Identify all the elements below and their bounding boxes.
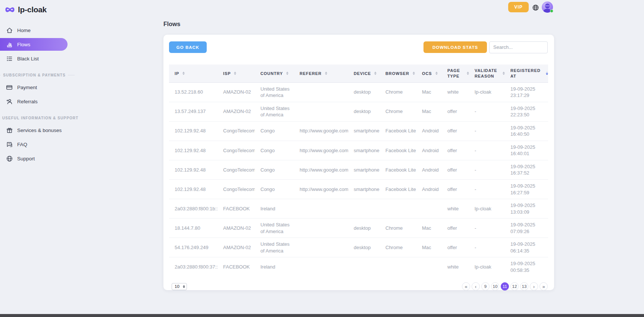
card-toolbar: GO BACK DOWNLOAD STATS bbox=[169, 41, 548, 53]
sidebar-item-services-bonuses[interactable]: Services & bonuses bbox=[0, 124, 75, 136]
sort-icon[interactable] bbox=[325, 72, 327, 75]
download-stats-button[interactable]: DOWNLOAD STATS bbox=[423, 41, 487, 53]
column-header-device[interactable]: DEVICE bbox=[348, 65, 380, 82]
table-cell-referer bbox=[294, 238, 348, 257]
column-header-referer[interactable]: REFERER bbox=[294, 65, 348, 82]
column-header-registered-at[interactable]: REGISTERED AT bbox=[505, 65, 548, 82]
column-header-ip[interactable]: IP bbox=[169, 65, 218, 82]
rows-per-page-select[interactable]: 10 bbox=[172, 283, 187, 290]
online-status-dot bbox=[550, 9, 553, 13]
sort-icon[interactable] bbox=[413, 72, 415, 75]
sidebar-item-home[interactable]: Home bbox=[0, 24, 75, 37]
table-cell-ip: 102.129.92.48 bbox=[169, 160, 218, 179]
flows-card: GO BACK DOWNLOAD STATS IPISPCOUNTRYREFER… bbox=[163, 35, 554, 290]
pagination-page-11[interactable]: 11 bbox=[501, 282, 509, 291]
table-cell-registered-at: 19-09-2025 06:14:35 bbox=[505, 238, 548, 257]
table-cell-isp: CongoTelecom bbox=[218, 141, 255, 160]
pagination-next-button[interactable]: › bbox=[530, 282, 538, 291]
sort-icon[interactable] bbox=[435, 72, 438, 75]
sort-icon[interactable] bbox=[182, 72, 185, 75]
pagination-last-button[interactable]: » bbox=[540, 282, 548, 291]
table-row: 18.144.7.80AMAZON-02United States of Ame… bbox=[169, 219, 548, 238]
column-header-country[interactable]: COUNTRY bbox=[255, 65, 294, 82]
table-cell-browser: Facebook Lite bbox=[380, 121, 416, 141]
table-cell-browser: Chrome bbox=[380, 219, 416, 238]
column-header-isp[interactable]: ISP bbox=[218, 65, 255, 82]
column-header-ocs[interactable]: OCS bbox=[416, 65, 442, 82]
pagination-page-9[interactable]: 9 bbox=[481, 282, 490, 291]
bottom-edge-strip bbox=[0, 314, 644, 317]
sidebar-item-flows[interactable]: Flows bbox=[0, 38, 68, 51]
table-row: 102.129.92.48CongoTelecomCongohttp://www… bbox=[169, 121, 548, 141]
sort-icon[interactable] bbox=[503, 72, 505, 75]
column-header-browser[interactable]: BROWSER bbox=[380, 65, 416, 82]
table-cell-referer: http://www.google.com/ bbox=[294, 121, 348, 141]
table-cell-validate-reason: - bbox=[469, 219, 505, 238]
table-cell-page-type: offer bbox=[442, 238, 469, 257]
table-cell-ip: 102.129.92.48 bbox=[169, 121, 218, 141]
language-globe-icon[interactable] bbox=[532, 4, 539, 11]
pagination-first-button[interactable]: « bbox=[462, 282, 470, 291]
sidebar-item-faq[interactable]: ?!FAQ bbox=[0, 138, 75, 151]
table-cell-registered-at: 19-09-2025 13:03:09 bbox=[505, 199, 548, 219]
table-cell-referer bbox=[294, 257, 348, 277]
table-cell-ocs bbox=[416, 199, 442, 219]
table-cell-referer bbox=[294, 82, 348, 102]
pagination: «‹910111213›» bbox=[462, 282, 548, 291]
table-cell-referer: http://www.google.com/ bbox=[294, 160, 348, 179]
table-cell-device: desktop bbox=[348, 219, 380, 238]
pagination-prev-button[interactable]: ‹ bbox=[472, 282, 480, 291]
pagination-page-13[interactable]: 13 bbox=[520, 282, 528, 291]
sidebar-item-black-list[interactable]: Black List bbox=[0, 52, 75, 65]
table-cell-ip: 13.52.218.60 bbox=[169, 82, 218, 102]
table-cell-ip: 13.57.249.137 bbox=[169, 102, 218, 121]
table-cell-device: desktop bbox=[348, 82, 380, 102]
table-cell-ocs bbox=[416, 257, 442, 277]
table-cell-browser: Facebook Lite bbox=[380, 160, 416, 179]
svg-text:?!: ?! bbox=[8, 143, 10, 145]
table-cell-device: smartphone bbox=[348, 121, 380, 141]
pagination-page-12[interactable]: 12 bbox=[510, 282, 519, 291]
sort-icon[interactable] bbox=[234, 72, 236, 75]
table-cell-validate-reason: lp-cloak bbox=[469, 257, 505, 277]
table-cell-page-type: white bbox=[442, 199, 469, 219]
search-input[interactable] bbox=[489, 41, 548, 53]
table-cell-ip: 54.176.249.249 bbox=[169, 238, 218, 257]
table-cell-validate-reason: - bbox=[469, 238, 505, 257]
sort-icon[interactable] bbox=[374, 72, 376, 75]
vip-button[interactable]: VIP bbox=[508, 2, 529, 12]
credit-card-icon bbox=[6, 84, 13, 91]
table-cell-page-type: white bbox=[442, 82, 469, 102]
table-row: 54.176.249.249AMAZON-02United States of … bbox=[169, 238, 548, 257]
table-cell-browser: Chrome bbox=[380, 102, 416, 121]
table-row: 13.57.249.137AMAZON-02United States of A… bbox=[169, 102, 548, 121]
table-cell-registered-at: 19-09-2025 16:40:01 bbox=[505, 141, 548, 160]
go-back-button[interactable]: GO BACK bbox=[169, 41, 207, 53]
sort-icon[interactable] bbox=[286, 72, 288, 75]
column-header-validate-reason[interactable]: VALIDATE REASON bbox=[469, 65, 505, 82]
table-cell-registered-at: 19-09-2025 22:23:50 bbox=[505, 102, 548, 121]
table-cell-page-type: offer bbox=[442, 102, 469, 121]
sort-icon[interactable] bbox=[546, 72, 548, 75]
table-row: 2a03:2880:f800:1b::FACEBOOKIrelandwhitel… bbox=[169, 199, 548, 219]
column-header-page-type[interactable]: PAGE TYPE bbox=[442, 65, 469, 82]
sidebar-item-referrals[interactable]: Referrals bbox=[0, 95, 75, 108]
table-cell-isp: CongoTelecom bbox=[218, 179, 255, 199]
sidebar-item-label: Payment bbox=[17, 85, 37, 90]
table-cell-country: Congo bbox=[255, 160, 294, 179]
table-cell-device: smartphone bbox=[348, 179, 380, 199]
table-row: 102.129.92.48CongoTelecomCongohttp://www… bbox=[169, 179, 548, 199]
sort-icon[interactable] bbox=[467, 72, 469, 75]
pagination-page-10[interactable]: 10 bbox=[491, 282, 499, 291]
table-cell-validate-reason: - bbox=[469, 102, 505, 121]
table-cell-isp: FACEBOOK bbox=[218, 199, 255, 219]
table-cell-country: United States of America bbox=[255, 82, 294, 102]
sidebar-item-support[interactable]: Support bbox=[0, 152, 75, 165]
table-cell-browser bbox=[380, 199, 416, 219]
table-cell-country: United States of America bbox=[255, 219, 294, 238]
table-cell-device: desktop bbox=[348, 238, 380, 257]
table-cell-page-type: offer bbox=[442, 179, 469, 199]
sidebar-item-payment[interactable]: Payment bbox=[0, 81, 75, 94]
rows-per-page-value: 10 bbox=[175, 284, 179, 289]
card-footer: 10 «‹910111213›» bbox=[169, 276, 548, 291]
